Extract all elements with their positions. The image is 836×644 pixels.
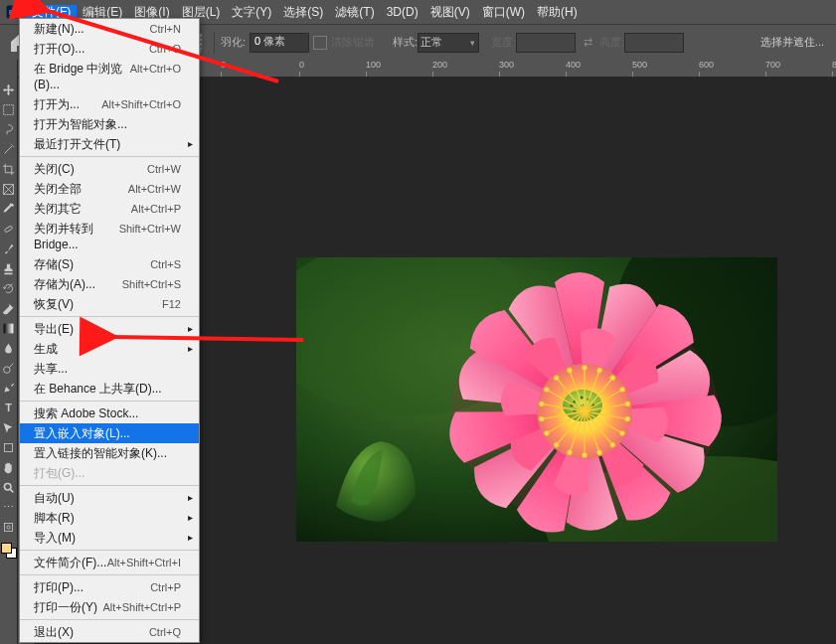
menu-item-label: 生成 (34, 341, 58, 357)
svg-point-61 (539, 402, 544, 406)
ruler-tick: 0 (221, 60, 226, 71)
menu-图像[interactable]: 图像(I) (128, 5, 175, 19)
menu-item-label: 关闭全部 (34, 181, 82, 197)
menu-item[interactable]: 存储(S)Ctrl+S (20, 254, 199, 274)
menu-item[interactable]: 脚本(R) (20, 508, 199, 528)
menu-item-label: 导出(E) (34, 321, 74, 337)
menu-item[interactable]: 新建(N)...Ctrl+N (20, 19, 199, 39)
height-label: 高度: (599, 35, 624, 50)
menu-窗口[interactable]: 窗口(W) (476, 5, 531, 19)
menu-item[interactable]: 关闭其它Alt+Ctrl+P (20, 199, 199, 219)
svg-point-53 (567, 450, 572, 455)
menu-item[interactable]: 关闭全部Alt+Ctrl+W (20, 179, 199, 199)
app-logo-icon: Ps (6, 5, 20, 19)
ruler-tick: 500 (632, 60, 647, 71)
eraser-tool-icon[interactable] (1, 300, 17, 316)
menu-item[interactable]: 置入链接的智能对象(K)... (20, 443, 199, 463)
move-tool-icon[interactable] (1, 81, 17, 97)
menu-3d[interactable]: 3D(D) (381, 5, 424, 19)
brush-tool-icon[interactable] (1, 241, 17, 256)
menu-item[interactable]: 文件简介(F)...Alt+Shift+Ctrl+I (20, 553, 199, 572)
menu-item-label: 关闭其它 (34, 201, 82, 217)
toolbar: T ⋯ (0, 60, 18, 644)
wand-tool-icon[interactable] (1, 141, 17, 157)
svg-rect-7 (4, 104, 14, 114)
menu-item[interactable]: 在 Bridge 中浏览(B)...Alt+Ctrl+O (20, 59, 199, 94)
lasso-tool-icon[interactable] (1, 121, 17, 137)
menu-视图[interactable]: 视图(V) (424, 5, 476, 19)
menu-item-shortcut: Ctrl+S (150, 256, 181, 272)
menu-item[interactable]: 打印(P)...Ctrl+P (20, 577, 199, 597)
menu-item-shortcut: Ctrl+Q (149, 624, 181, 640)
menu-图层[interactable]: 图层(L) (176, 5, 227, 19)
edit-toolbar-icon[interactable] (1, 519, 17, 535)
marquee-tool-icon[interactable] (1, 101, 17, 117)
menu-item-shortcut: Ctrl+O (149, 41, 181, 57)
color-swatch[interactable] (1, 543, 17, 559)
menu-item[interactable]: 在 Behance 上共享(D)... (20, 379, 199, 399)
blur-tool-icon[interactable] (1, 340, 17, 356)
menu-item[interactable]: 自动(U) (20, 488, 199, 508)
history-brush-icon[interactable] (1, 280, 17, 296)
dodge-tool-icon[interactable] (1, 360, 17, 376)
healing-tool-icon[interactable] (1, 221, 17, 237)
menu-item[interactable]: 最近打开文件(T) (20, 134, 199, 154)
menu-item[interactable]: 导出(E) (20, 319, 199, 339)
menu-文件[interactable]: 文件(F) (26, 5, 77, 19)
type-tool-icon[interactable]: T (1, 400, 17, 415)
canvas-image (296, 257, 777, 542)
menu-滤镜[interactable]: 滤镜(T) (329, 5, 380, 19)
ruler-tick: 800 (832, 60, 836, 71)
menu-item[interactable]: 置入嵌入对象(L)... (20, 423, 199, 443)
style-select[interactable]: 正常 (418, 33, 479, 53)
path-tool-icon[interactable] (1, 419, 17, 435)
width-label: 宽度: (491, 35, 516, 50)
link-icon[interactable]: ⇄ (580, 35, 595, 51)
shape-tool-icon[interactable] (1, 439, 17, 455)
menu-item-label: 搜索 Adobe Stock... (34, 405, 138, 421)
menu-item[interactable]: 打开为智能对象... (20, 114, 199, 134)
menu-item-shortcut: Shift+Ctrl+W (119, 221, 181, 252)
stamp-tool-icon[interactable] (1, 260, 17, 276)
select-and-mask-button[interactable]: 选择并遮住... (760, 35, 824, 50)
menu-item[interactable]: 存储为(A)...Shift+Ctrl+S (20, 274, 199, 294)
svg-point-59 (539, 416, 544, 421)
eyedropper-tool-icon[interactable] (1, 201, 17, 217)
menu-item-label: 打印一份(Y) (34, 599, 97, 615)
zoom-tool-icon[interactable] (1, 479, 17, 495)
menu-item[interactable]: 关闭并转到 Bridge...Shift+Ctrl+W (20, 219, 199, 254)
menu-文字[interactable]: 文字(Y) (226, 5, 277, 19)
menu-item-label: 打开为... (34, 96, 80, 112)
menu-item[interactable]: 生成 (20, 339, 199, 359)
menu-编辑[interactable]: 编辑(E) (77, 5, 128, 19)
feather-input[interactable]: 0 像素 (250, 33, 309, 53)
menu-item[interactable]: 关闭(C)Ctrl+W (20, 159, 199, 179)
pen-tool-icon[interactable] (1, 380, 17, 396)
menu-item-shortcut: Alt+Shift+Ctrl+O (101, 96, 181, 112)
gradient-tool-icon[interactable] (1, 320, 17, 336)
menu-item-label: 在 Bridge 中浏览(B)... (34, 61, 130, 92)
crop-tool-icon[interactable] (1, 161, 17, 177)
menu-item-label: 恢复(V) (34, 296, 74, 312)
menu-item[interactable]: 搜索 Adobe Stock... (20, 403, 199, 423)
menu-item[interactable]: 打印一份(Y)Alt+Shift+Ctrl+P (20, 597, 199, 617)
menu-item-shortcut: Alt+Shift+Ctrl+I (107, 555, 181, 570)
menu-item[interactable]: 导入(M) (20, 528, 199, 548)
antialias-checkbox[interactable] (313, 36, 327, 50)
hand-tool-icon[interactable] (1, 459, 17, 475)
menu-选择[interactable]: 选择(S) (277, 5, 329, 19)
menu-item[interactable]: 恢复(V)F12 (20, 294, 199, 314)
menu-item: 打包(G)... (20, 463, 199, 483)
frame-tool-icon[interactable] (1, 181, 17, 197)
menu-item-label: 文件简介(F)... (34, 555, 106, 570)
menu-item[interactable]: 退出(X)Ctrl+Q (20, 622, 199, 642)
toolbar-more-icon[interactable]: ⋯ (1, 499, 17, 515)
menu-item-shortcut: Ctrl+P (150, 579, 181, 595)
ruler-tick: 0 (299, 60, 304, 71)
menu-item[interactable]: 打开为...Alt+Shift+Ctrl+O (20, 94, 199, 114)
menu-item[interactable]: 打开(O)...Ctrl+O (20, 39, 199, 59)
menu-帮助[interactable]: 帮助(H) (531, 5, 584, 19)
menu-item-label: 打开为智能对象... (34, 116, 127, 132)
menu-item[interactable]: 共享... (20, 359, 199, 379)
menu-item-label: 共享... (34, 361, 68, 377)
